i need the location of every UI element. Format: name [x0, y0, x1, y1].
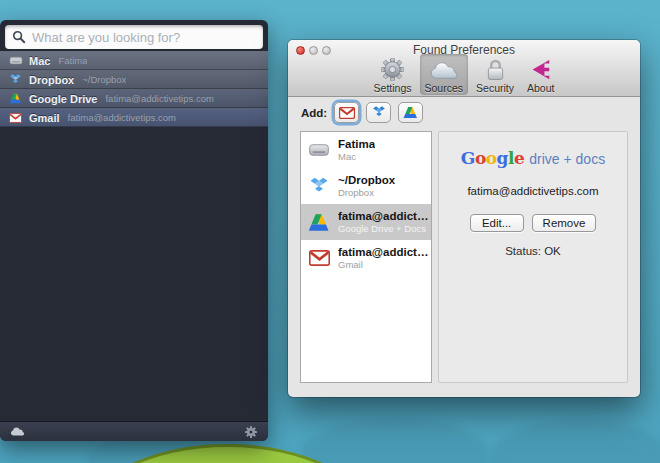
account-subtitle: Mac — [338, 151, 375, 162]
google-drive-docs-logo: Googledrive + docs — [439, 148, 627, 168]
cloud-status-icon[interactable] — [8, 424, 26, 440]
logo-letter: g — [497, 148, 508, 168]
logo-letter: e — [514, 148, 524, 168]
account-title: fatima@addictivetips.com — [338, 210, 430, 222]
search-input[interactable] — [30, 29, 263, 46]
google-drive-icon — [403, 106, 418, 119]
launcher-statusbar — [0, 421, 268, 441]
add-dropbox-button[interactable] — [366, 102, 391, 123]
logo-suffix: drive + docs — [529, 151, 605, 167]
edit-button[interactable]: Edit... — [470, 214, 524, 232]
account-row-google-drive[interactable]: fatima@addictivetips.com Google Drive + … — [301, 204, 431, 240]
source-row-dropbox[interactable]: Dropbox ~/Dropbox — [0, 70, 268, 89]
gear-settings-icon[interactable] — [242, 424, 260, 440]
account-row-gmail[interactable]: fatima@addictivetips.com Gmail — [301, 240, 431, 276]
source-row-mac[interactable]: Mac Fatima — [0, 51, 268, 70]
tab-settings[interactable]: Settings — [369, 54, 417, 95]
status-text: Status: OK — [439, 245, 627, 257]
dropbox-icon — [372, 106, 386, 119]
wallpaper-cloud — [300, 418, 490, 463]
desktop: Mac Fatima Dropbox ~/Dropbox Google Driv… — [0, 0, 660, 463]
logo-letter: o — [475, 148, 486, 168]
source-detail: fatima@addictivetips.com — [68, 112, 176, 123]
gear-icon — [381, 56, 404, 81]
preferences-toolbar: Settings Sources Security — [288, 54, 640, 96]
tab-sources[interactable]: Sources — [420, 54, 469, 95]
account-list: Fatima Mac ~/Dropbox Dropbox fatima@ad — [300, 131, 432, 383]
toolbar-label: Security — [476, 82, 514, 94]
account-subtitle: Gmail — [338, 259, 430, 270]
found-search-panel: Mac Fatima Dropbox ~/Dropbox Google Driv… — [0, 20, 268, 441]
gmail-icon — [8, 111, 23, 124]
toolbar-label: Settings — [374, 82, 412, 94]
source-detail: Fatima — [58, 55, 87, 66]
account-title: Fatima — [338, 138, 375, 150]
gmail-icon — [307, 246, 331, 270]
add-source-row: Add: — [301, 102, 423, 123]
logo-letter: o — [486, 148, 497, 168]
source-name: Dropbox — [29, 74, 74, 86]
wallpaper-cloud — [490, 420, 660, 463]
source-name: Gmail — [29, 112, 60, 124]
account-row-mac[interactable]: Fatima Mac — [301, 132, 431, 168]
cloud-icon — [429, 56, 459, 81]
logo-letter: G — [461, 148, 475, 168]
google-drive-icon — [8, 92, 23, 105]
gmail-icon — [339, 107, 355, 119]
source-row-gmail[interactable]: Gmail fatima@addictivetips.com — [0, 108, 268, 127]
search-icon — [12, 30, 26, 44]
account-title: fatima@addictivetips.com — [338, 246, 430, 258]
source-row-google-drive[interactable]: Google Drive fatima@addictivetips.com — [0, 89, 268, 108]
tab-security[interactable]: Security — [471, 54, 519, 95]
source-name: Mac — [29, 55, 50, 67]
mac-icon — [307, 138, 331, 162]
toolbar-label: Sources — [425, 82, 464, 94]
found-logo-icon — [530, 56, 551, 81]
source-list: Mac Fatima Dropbox ~/Dropbox Google Driv… — [0, 51, 268, 127]
add-gmail-button[interactable] — [334, 102, 359, 123]
account-title: ~/Dropbox — [338, 174, 395, 186]
dropbox-icon — [307, 174, 331, 198]
toolbar-label: About — [527, 82, 554, 94]
remove-button[interactable]: Remove — [532, 214, 597, 232]
padlock-icon — [486, 56, 505, 81]
dropbox-icon — [8, 73, 23, 86]
source-detail: ~/Dropbox — [82, 74, 126, 85]
add-google-drive-button[interactable] — [398, 102, 423, 123]
source-detail: fatima@addictivetips.com — [105, 93, 213, 104]
account-subtitle: Google Drive + Docs — [338, 223, 430, 234]
source-name: Google Drive — [29, 93, 97, 105]
account-email: fatima@addictivetips.com — [439, 185, 627, 197]
mac-icon — [8, 54, 23, 67]
search-bar — [5, 25, 263, 49]
detail-buttons: Edit... Remove — [439, 214, 627, 232]
tab-about[interactable]: About — [522, 54, 559, 95]
account-detail-pane: Googledrive + docs fatima@addictivetips.… — [438, 131, 628, 383]
titlebar[interactable]: Found Preferences Settings Sources — [288, 40, 640, 97]
account-row-dropbox[interactable]: ~/Dropbox Dropbox — [301, 168, 431, 204]
found-preferences-window: Found Preferences Settings Sources — [288, 40, 640, 397]
google-drive-icon — [307, 210, 331, 234]
add-label: Add: — [301, 107, 327, 119]
account-subtitle: Dropbox — [338, 187, 395, 198]
